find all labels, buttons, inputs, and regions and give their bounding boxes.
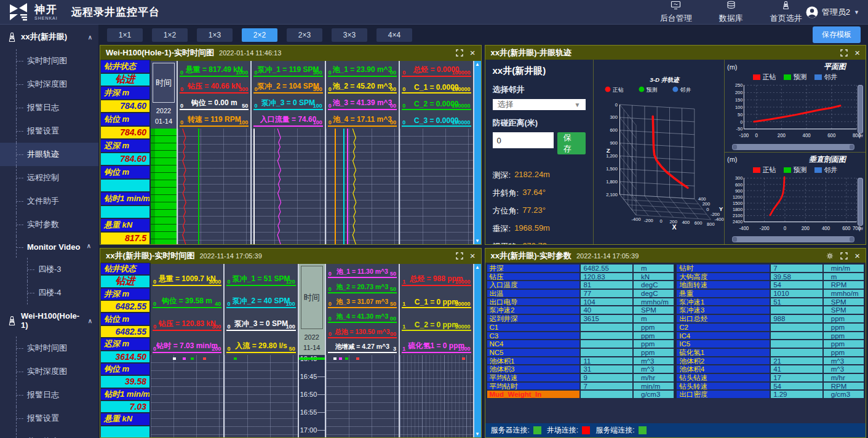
layout-button-1×1[interactable]: 1×1 xyxy=(107,28,143,42)
close-icon[interactable]: × xyxy=(470,251,476,260)
layout-button-4×4[interactable]: 4×4 xyxy=(376,28,412,42)
curve-label: 0悬重 = 817.49 kN1000 xyxy=(180,63,249,77)
svg-text:2400: 2400 xyxy=(733,219,743,225)
connection-status: 服务端连接: xyxy=(595,425,646,436)
vertical-scrollbar[interactable]: ▲▼ xyxy=(474,61,481,244)
sidebar-item-实时参数[interactable]: 实时参数 xyxy=(0,213,98,236)
sidebar-item-实时时间图[interactable]: 实时时间图 xyxy=(0,49,98,73)
legend-label: 正钻 xyxy=(763,73,776,82)
scroll-down-icon[interactable]: ▼ xyxy=(475,238,480,244)
curve-name-value: 入流 = 29.80 l/s xyxy=(235,341,287,352)
close-icon[interactable]: × xyxy=(854,251,860,260)
chart-track: 0悬重 = 1009.7 kN30000钩位 = 39.58 m400钻压 = … xyxy=(151,264,225,437)
param-value-cell: 120.83 xyxy=(580,273,633,281)
layout-button-2×2[interactable]: 2×2 xyxy=(242,28,277,42)
time-header: 时间202211-14 xyxy=(299,264,325,355)
param-unit-cell: m^3 xyxy=(633,365,674,373)
curve-max: 300 xyxy=(239,86,248,92)
layout-button-1×3[interactable]: 1×3 xyxy=(197,28,233,42)
sidebar-item-实时深度图[interactable]: 实时深度图 xyxy=(0,73,98,96)
trajectory-stat: 井斜角:37.64° xyxy=(493,188,586,199)
table-row: 迟到井深3615m xyxy=(487,314,675,323)
curve-label: 0C_2 = 0.0000100000 xyxy=(402,96,471,110)
track-header: 0悬重 = 817.49 kN10000钻压 = 40.66 kN3000钩位 … xyxy=(178,61,250,129)
param-unit-cell: min/m xyxy=(823,264,864,273)
curve-name-value: C_2 = 0 ppm xyxy=(415,321,458,330)
table-row: 钻压120.83kN xyxy=(487,273,675,281)
well-header-Wei-H100(Hole-1)[interactable]: Wei-H100(Hole-1)∧ xyxy=(0,305,98,336)
curve-max: 100 xyxy=(286,301,295,307)
table-row: 出温77degC xyxy=(487,289,675,298)
layout-button-3×3[interactable]: 3×3 xyxy=(332,28,367,42)
sidebar-item-四楼-4[interactable]: 四楼-4 xyxy=(0,281,98,305)
sidebar-item-报警设置[interactable]: 报警设置 xyxy=(0,407,98,430)
trajectory-side-charts: (m) 平面图 正钻预测邻井 250200150100500-50-100020… xyxy=(724,60,866,244)
legend-label: 预测 xyxy=(794,73,807,82)
expand-icon[interactable] xyxy=(840,252,848,260)
neighbor-well-select[interactable]: 选择 ▼ xyxy=(493,99,586,110)
curve-min: 0 xyxy=(227,279,230,285)
table-row: NC4ppm xyxy=(487,340,675,348)
sidebar-item-四楼-3[interactable]: 四楼-3 xyxy=(0,258,98,281)
table-row: 泵冲速3SPM xyxy=(676,306,864,314)
sidebar-item-报警日志[interactable]: 报警日志 xyxy=(0,383,98,407)
sidebar-item-报警设置[interactable]: 报警设置 xyxy=(0,119,98,143)
horizontal-scrollbar[interactable] xyxy=(732,236,854,242)
panel-header: xx井(新井眼)-实时时间图 2022-11-14 17:05:39 × xyxy=(100,249,481,263)
nav-item-数据库[interactable]: 数据库 xyxy=(719,1,743,24)
curve-name-value: 池_2 = 45.20 m^3 xyxy=(333,81,392,92)
sidebar-item-井眼轨迹[interactable]: 井眼轨迹 xyxy=(0,430,98,438)
sidebar-item-远程控制[interactable]: 远程控制 xyxy=(0,166,98,189)
param-unit-cell: m^3 xyxy=(823,357,864,365)
expand-icon[interactable] xyxy=(840,49,848,57)
expand-icon[interactable] xyxy=(456,49,463,57)
settings-gear-icon[interactable] xyxy=(826,252,834,260)
time-tick-label: 16:50 xyxy=(300,391,317,398)
svg-text:600: 600 xyxy=(827,133,836,138)
expand-icon[interactable] xyxy=(456,252,463,260)
well-header-xx井(新井眼)[interactable]: xx井(新井眼)∧ xyxy=(0,25,98,49)
scroll-up-icon[interactable]: ▲ xyxy=(475,265,480,270)
curve-label: 0泵冲_1 = 51 SPM120 xyxy=(226,266,295,286)
param-unit-cell: m^3 xyxy=(633,357,674,365)
param-value-cell xyxy=(580,340,633,348)
sidebar-item-报警日志[interactable]: 报警日志 xyxy=(0,96,98,119)
sidebar-item-实时时间图[interactable]: 实时时间图 xyxy=(0,336,98,360)
table-row: NC5ppm xyxy=(487,348,675,357)
curve-name-value: 钻时 = 7.03 min/m xyxy=(156,341,218,352)
panel-title: xx井(新井眼)-井眼轨迹 xyxy=(491,47,571,58)
save-template-button[interactable]: 保存模板 xyxy=(813,26,861,43)
param-value-cell: 1010 xyxy=(770,289,823,298)
param-unit-cell: ppm xyxy=(823,323,864,332)
param-value-cell: 39.58 xyxy=(770,273,823,281)
layout-button-1×2[interactable]: 1×2 xyxy=(152,28,188,42)
curve-name-value: 硫化氢1 = 0 ppm xyxy=(408,341,464,352)
curve-min: 0 xyxy=(328,301,332,307)
save-button[interactable]: 保存 xyxy=(557,132,586,154)
user-menu[interactable]: 管理员2 ▼ xyxy=(806,6,859,18)
curve-min: 0 xyxy=(227,324,230,330)
scroll-down-icon[interactable]: ▼ xyxy=(475,431,480,437)
unit-label: (m) xyxy=(727,156,738,163)
time-month-day: 11-14 xyxy=(303,343,320,353)
trajectory-stat: 测深:2182.24m xyxy=(493,170,586,181)
horizontal-scrollbar[interactable] xyxy=(732,144,854,150)
close-icon[interactable]: × xyxy=(470,48,476,57)
vertical-slider[interactable] xyxy=(858,85,863,133)
layout-button-2×3[interactable]: 2×3 xyxy=(287,28,322,42)
scroll-up-icon[interactable]: ▲ xyxy=(475,62,480,67)
curve-max: 10000 xyxy=(455,279,470,285)
sidebar-item-实时深度图[interactable]: 实时深度图 xyxy=(0,360,98,383)
param-label: 钻井状态 xyxy=(101,263,149,274)
sidebar-item-文件助手[interactable]: 文件助手 xyxy=(0,189,98,213)
close-icon[interactable]: × xyxy=(854,48,860,57)
vertical-slider[interactable] xyxy=(858,178,863,226)
nav-item-首页选井[interactable]: 首页选井 xyxy=(770,1,802,24)
param-value xyxy=(101,426,149,437)
sidebar-item-井眼轨迹[interactable]: 井眼轨迹 xyxy=(0,143,98,166)
nav-item-后台管理[interactable]: 后台管理 xyxy=(660,1,692,24)
vertical-scrollbar[interactable]: ▲▼ xyxy=(474,264,481,437)
track-plot-area xyxy=(151,355,223,437)
sidebar-item-monitor-video[interactable]: Monitor Video∧ xyxy=(0,236,98,258)
anticollision-distance-input[interactable]: 0 xyxy=(493,132,554,148)
